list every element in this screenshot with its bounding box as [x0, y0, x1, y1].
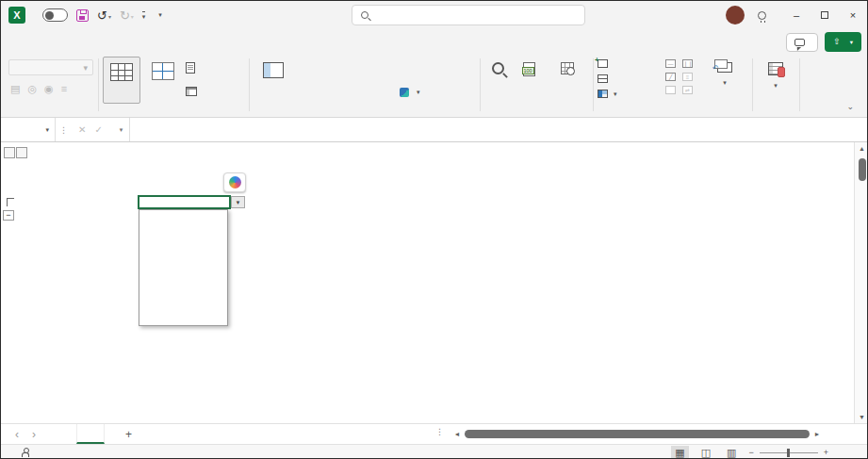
scroll-down-icon[interactable]: ▼: [855, 414, 868, 420]
macros-button[interactable]: ▾: [757, 57, 794, 107]
scroll-right-icon[interactable]: ►: [811, 431, 823, 437]
zoom-in-button[interactable]: +: [824, 448, 828, 457]
outline-group-bracket: [7, 198, 14, 206]
hide-window-button[interactable]: ╱: [665, 73, 676, 81]
next-sheet-icon[interactable]: ›: [25, 428, 42, 441]
split-button[interactable]: —: [665, 59, 676, 68]
chevron-down-icon: ▾: [723, 78, 727, 88]
previous-sheet-icon[interactable]: ‹: [8, 428, 25, 441]
chevron-down-icon: ▾: [774, 81, 778, 90]
outline-level-1-button[interactable]: [4, 147, 15, 158]
cell-dropdown-button[interactable]: ▼: [231, 196, 245, 208]
page-break-view-toggle[interactable]: ▥: [723, 446, 740, 459]
zoom-to-selection-button[interactable]: [545, 57, 590, 107]
group-window: ▾ — ╱ ❘❘ ≡ ⇄ ▾: [596, 54, 749, 117]
zoom-100-button[interactable]: [515, 57, 543, 104]
group-show: ▾: [252, 54, 480, 117]
file-name[interactable]: ▾: [154, 11, 162, 19]
lightbulb-icon[interactable]: [758, 11, 766, 20]
normal-view-button[interactable]: [103, 57, 140, 104]
zoom-slider: − +: [748, 448, 828, 457]
sheet-view-dropdown: ▾: [8, 59, 93, 75]
copilot-icon: [229, 176, 241, 189]
ribbon: ▾ ▤ ◎ ◉ ≡: [1, 54, 867, 118]
outline-collapse-button[interactable]: −: [3, 210, 14, 221]
vertical-scrollbar-thumb[interactable]: [859, 158, 866, 181]
divider: [593, 58, 594, 111]
tab-actions: ⇧▾: [786, 32, 861, 52]
group-zoom: [483, 54, 591, 117]
chevron-down-icon[interactable]: ▾: [120, 126, 123, 134]
restore-button[interactable]: [811, 1, 839, 29]
divider: [752, 58, 753, 111]
name-box[interactable]: ▾: [1, 118, 56, 141]
formula-bar: ▾ ⋮ ✕ ✓ ▾: [1, 118, 867, 142]
undo-button[interactable]: ↺▾: [97, 9, 111, 22]
excel-window: X ↺▾ ↻▾ ▾ ▾ – × ⇧▾ ▾ ▤ ◎ ◉: [0, 0, 868, 459]
cancel-icon[interactable]: ✕: [78, 124, 86, 135]
chevron-down-icon: ▾: [417, 89, 420, 96]
view-side-by-side-button[interactable]: ❘❘: [682, 59, 693, 68]
sheet-view-mini-buttons: ▤ ◎ ◉ ≡: [10, 83, 67, 95]
custom-views-icon: [186, 87, 197, 96]
divider: [480, 58, 481, 111]
horizontal-scrollbar-thumb[interactable]: [465, 430, 810, 438]
comments-button[interactable]: [786, 33, 818, 52]
freeze-panes-button[interactable]: ▾: [598, 90, 617, 98]
chevron-down-icon: ▾: [850, 39, 853, 46]
share-button[interactable]: ⇧▾: [825, 32, 861, 52]
normal-view-toggle[interactable]: ▦: [671, 446, 688, 459]
divider: [98, 58, 99, 111]
avatar[interactable]: [726, 6, 745, 25]
title-bar: X ↺▾ ↻▾ ▾ ▾ – ×: [1, 1, 867, 29]
arrange-all-icon: [598, 74, 608, 83]
arrange-all-button[interactable]: [598, 74, 611, 83]
comment-icon: [794, 39, 805, 46]
focus-cell-icon: [400, 88, 409, 97]
page-layout-view-toggle[interactable]: ◫: [697, 446, 714, 459]
scroll-left-icon[interactable]: ◄: [451, 431, 463, 437]
navigation-button[interactable]: [252, 57, 295, 104]
search-icon: [361, 11, 368, 19]
excel-app-icon: X: [8, 7, 25, 24]
focus-cell-button[interactable]: ▾: [400, 88, 420, 97]
enter-icon[interactable]: ✓: [94, 124, 102, 135]
save-icon[interactable]: [76, 9, 89, 22]
add-sheet-button[interactable]: +: [125, 428, 132, 441]
zoom-slider-handle[interactable]: [787, 449, 790, 457]
autosave-toggle[interactable]: [42, 8, 68, 22]
new-window-icon: [598, 59, 608, 68]
customize-toolbar-icon[interactable]: ▾: [142, 11, 146, 20]
accessibility-status[interactable]: [22, 448, 34, 457]
outline-level-2-button[interactable]: [16, 147, 27, 158]
minimize-button[interactable]: –: [782, 1, 811, 29]
search-input[interactable]: [352, 5, 585, 25]
zoom-button[interactable]: [483, 57, 513, 104]
horizontal-scrollbar[interactable]: ◄ ►: [451, 425, 855, 442]
page-layout-icon: [186, 62, 195, 74]
scroll-up-icon[interactable]: ▲: [855, 145, 868, 152]
page-break-preview-icon: [152, 62, 174, 80]
copilot-button[interactable]: [223, 172, 246, 192]
formula-bar-drag-handle[interactable]: ⋮: [56, 125, 72, 135]
switch-windows-button[interactable]: ▾: [701, 57, 748, 107]
new-window-button[interactable]: [598, 59, 611, 68]
page-layout-button[interactable]: [186, 62, 199, 74]
chevron-down-icon: ▾: [45, 126, 49, 134]
vertical-scrollbar[interactable]: ▲ ▼: [854, 142, 868, 423]
zoom-slider-track[interactable]: [760, 452, 818, 453]
sheet-tab-hoja1[interactable]: [76, 424, 105, 444]
group-sheet-view: ▾ ▤ ◎ ◉ ≡: [7, 54, 96, 117]
redo-button[interactable]: ↻▾: [120, 9, 134, 22]
unhide-window-button: [665, 86, 676, 94]
selected-cell-B2[interactable]: [138, 195, 231, 209]
custom-views-button[interactable]: [186, 87, 201, 96]
horizontal-split-handle[interactable]: ⋮: [435, 427, 444, 436]
group-macros: ▾: [755, 54, 796, 117]
close-button[interactable]: ×: [839, 1, 867, 29]
collapse-ribbon-icon[interactable]: ⌄: [846, 102, 854, 111]
reset-window-position-button: ⇄: [682, 86, 693, 94]
page-break-preview-button[interactable]: [143, 57, 183, 104]
zoom-out-button[interactable]: −: [748, 448, 753, 457]
zoom-100-icon: [523, 62, 535, 76]
